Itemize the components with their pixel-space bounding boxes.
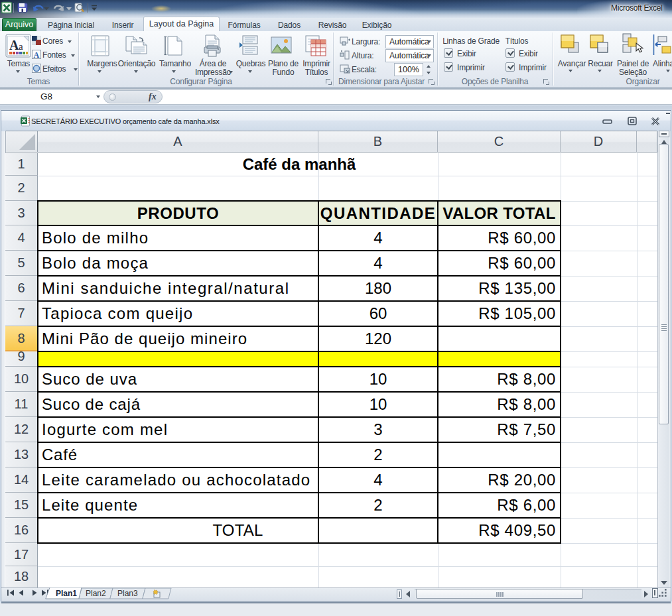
- svg-text:A: A: [9, 38, 19, 52]
- svg-text:Plan2: Plan2: [86, 589, 106, 598]
- svg-text:A: A: [34, 50, 40, 60]
- svg-text:Plan1: Plan1: [56, 589, 77, 598]
- svg-text:Plan3: Plan3: [117, 589, 138, 598]
- svg-text:a: a: [19, 41, 23, 52]
